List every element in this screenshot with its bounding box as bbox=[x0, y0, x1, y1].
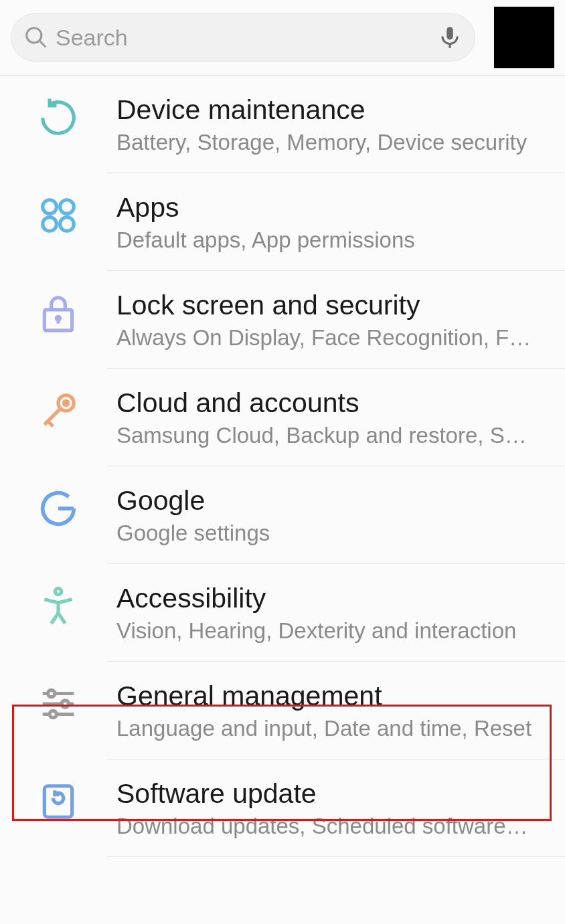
svg-rect-2 bbox=[447, 27, 453, 39]
svg-point-7 bbox=[60, 217, 74, 232]
search-field[interactable] bbox=[11, 13, 475, 62]
mic-icon[interactable] bbox=[437, 25, 463, 50]
accessibility-icon bbox=[37, 585, 79, 627]
settings-item-subtitle: Battery, Storage, Memory, Device securit… bbox=[116, 130, 532, 155]
settings-item-title: Accessibility bbox=[116, 583, 541, 614]
settings-item-title: Apps bbox=[116, 192, 541, 223]
settings-item-google[interactable]: Google Google settings bbox=[0, 466, 565, 563]
settings-item-software-update[interactable]: Software update Download updates, Schedu… bbox=[0, 759, 565, 856]
svg-line-1 bbox=[40, 41, 46, 48]
svg-point-15 bbox=[48, 690, 55, 697]
settings-item-apps[interactable]: Apps Default apps, App permissions bbox=[0, 173, 565, 270]
svg-point-9 bbox=[56, 316, 60, 320]
settings-item-subtitle: Vision, Hearing, Dexterity and interacti… bbox=[116, 618, 532, 644]
svg-rect-20 bbox=[44, 786, 72, 818]
google-icon bbox=[37, 488, 79, 529]
topbar bbox=[0, 0, 565, 76]
svg-point-0 bbox=[27, 28, 42, 43]
key-icon bbox=[37, 390, 79, 432]
svg-point-4 bbox=[43, 200, 57, 214]
settings-item-general-management[interactable]: General management Language and input, D… bbox=[0, 662, 565, 759]
settings-item-subtitle: Default apps, App permissions bbox=[116, 227, 532, 253]
settings-item-title: Device maintenance bbox=[116, 94, 541, 126]
svg-point-12 bbox=[64, 401, 68, 405]
settings-item-device-maintenance[interactable]: Device maintenance Battery, Storage, Mem… bbox=[0, 76, 565, 173]
settings-list: Device maintenance Battery, Storage, Mem… bbox=[0, 76, 565, 857]
settings-item-subtitle: Google settings bbox=[116, 521, 532, 546]
settings-item-title: General management bbox=[116, 680, 541, 712]
menu-button[interactable] bbox=[494, 7, 554, 68]
settings-item-lock-screen-security[interactable]: Lock screen and security Always On Displ… bbox=[0, 271, 565, 368]
search-input[interactable] bbox=[49, 25, 437, 51]
svg-point-13 bbox=[55, 588, 61, 594]
settings-item-accessibility[interactable]: Accessibility Vision, Hearing, Dexterity… bbox=[0, 564, 565, 661]
apps-icon bbox=[37, 195, 79, 236]
sliders-icon bbox=[37, 683, 79, 725]
settings-item-cloud-accounts[interactable]: Cloud and accounts Samsung Cloud, Backup… bbox=[0, 369, 565, 466]
settings-item-title: Software update bbox=[116, 778, 541, 810]
lock-icon bbox=[37, 292, 79, 334]
svg-point-19 bbox=[50, 711, 56, 717]
settings-item-subtitle: Samsung Cloud, Backup and restore, Smart… bbox=[116, 423, 532, 448]
update-icon bbox=[37, 781, 79, 822]
svg-point-6 bbox=[43, 217, 57, 232]
divider bbox=[107, 856, 565, 857]
maintenance-icon bbox=[37, 97, 79, 138]
svg-point-5 bbox=[60, 200, 74, 214]
settings-item-subtitle: Language and input, Date and time, Reset bbox=[116, 716, 541, 741]
settings-item-title: Lock screen and security bbox=[116, 290, 541, 321]
search-icon bbox=[23, 25, 49, 50]
svg-point-17 bbox=[62, 701, 68, 707]
settings-item-subtitle: Always On Display, Face Recognition, Fin… bbox=[116, 325, 532, 351]
settings-item-title: Google bbox=[116, 485, 541, 517]
settings-item-title: Cloud and accounts bbox=[116, 387, 541, 419]
settings-item-subtitle: Download updates, Scheduled software up… bbox=[116, 814, 532, 839]
